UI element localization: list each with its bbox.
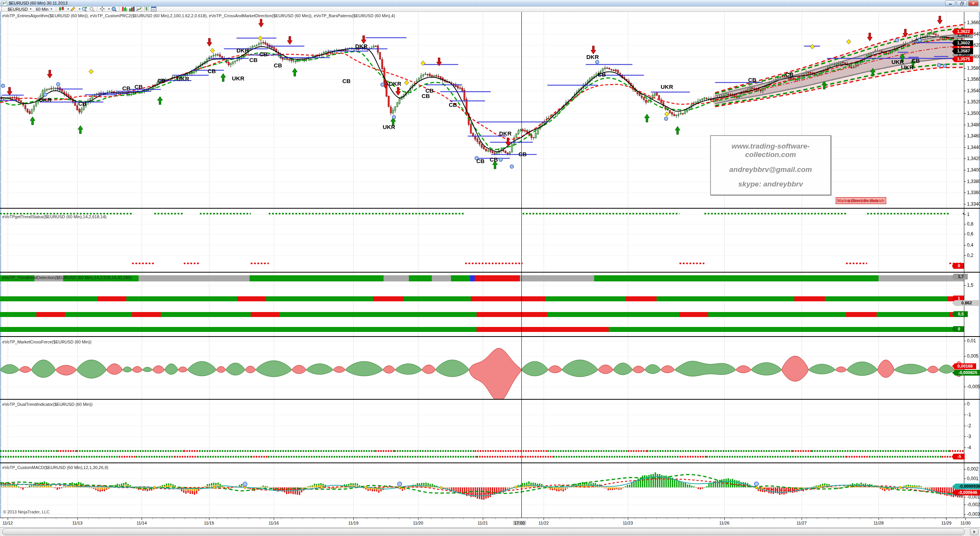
properties-icon[interactable] — [151, 7, 157, 11]
time-minor-tick — [946, 518, 946, 519]
zoom-in-icon[interactable] — [82, 7, 87, 11]
axis-tick-label: 1,3480 — [967, 122, 980, 127]
chart-canvas[interactable] — [0, 11, 964, 518]
time-minor-tick — [656, 518, 657, 519]
price-tag: 0 — [952, 326, 964, 332]
data-box-icon[interactable] — [111, 7, 117, 11]
chart-style-icon[interactable] — [59, 7, 64, 11]
chevron-down-icon[interactable]: ▼ — [78, 8, 81, 10]
time-minor-tick — [452, 518, 453, 519]
price-panel-indicator-label: eVoTP_EntriesAlgorithm($EURUSD (60 Min))… — [2, 13, 395, 18]
time-day-tick — [544, 518, 544, 520]
time-minor-tick — [335, 518, 335, 519]
axis-tick-label: 1,3360 — [967, 190, 980, 195]
time-minor-tick — [99, 518, 99, 519]
time-day-tick — [946, 518, 947, 520]
drawing-tools-icon[interactable] — [70, 7, 76, 11]
time-axis-label: 11/12 — [3, 521, 13, 525]
mini-chart-icon[interactable] — [136, 7, 142, 11]
axis-tick — [964, 159, 966, 159]
axis-tick-label: -0,002 — [967, 502, 980, 507]
account-performance-icon[interactable]: $ — [144, 7, 149, 11]
axis-tick-label: 0,005 — [967, 353, 978, 359]
window-controls: ✕ — [945, 0, 978, 6]
time-day-tick — [879, 518, 879, 520]
time-axis-label: 11/13 — [72, 521, 83, 525]
time-minor-tick — [249, 518, 249, 519]
minimize-button[interactable] — [945, 0, 956, 6]
time-minor-tick — [699, 518, 699, 519]
axis-tick-label: 1,3440 — [967, 145, 980, 150]
time-axis-label: 11/26 — [719, 521, 730, 525]
chevron-down-icon[interactable]: ▼ — [108, 8, 110, 10]
crosshair-vertical-line — [521, 11, 522, 518]
time-minor-tick — [549, 518, 549, 519]
time-axis-label: 11/19 — [348, 521, 359, 525]
crosshair-icon[interactable] — [100, 7, 105, 11]
time-minor-tick — [849, 518, 849, 519]
crosshair-time-label: 17:00 — [513, 521, 526, 525]
horizontal-scrollbar[interactable] — [0, 528, 980, 536]
chart-trader-icon[interactable] — [122, 7, 127, 11]
time-minor-tick — [120, 518, 121, 519]
axis-tick — [964, 170, 966, 170]
scrollbar-thumb[interactable] — [2, 528, 965, 535]
close-button[interactable]: ✕ — [968, 0, 978, 6]
time-minor-tick — [517, 518, 517, 519]
time-minor-tick — [635, 518, 635, 519]
axis-tick-label: 0,2 — [967, 253, 973, 258]
axis-tick-label: 1,5 — [967, 283, 973, 288]
toolbar-separator — [56, 7, 56, 11]
axis-tick — [964, 255, 966, 256]
axis-tick — [964, 415, 966, 415]
axis-tick-label: 1,3420 — [967, 156, 980, 161]
interval-selector[interactable]: 60 Min ▼ — [34, 7, 55, 11]
time-day-tick — [418, 518, 418, 520]
macd-indicator-label: eVoTP_CustomMACD($EURUSD (60 Min),12,1,3… — [2, 465, 108, 470]
time-axis-label: 11/22 — [539, 521, 549, 525]
time-minor-tick — [485, 518, 485, 519]
axis-tick — [964, 136, 966, 136]
time-minor-tick — [442, 518, 442, 519]
toolbar-grip[interactable] — [1, 7, 5, 11]
time-minor-tick — [560, 518, 560, 519]
time-minor-tick — [806, 518, 807, 519]
axis-tick — [964, 181, 966, 182]
time-axis[interactable]: 11/1211/1311/1411/1511/1611/1911/2011/21… — [0, 518, 980, 527]
time-minor-tick — [88, 518, 88, 519]
market-analyzer-icon[interactable] — [129, 7, 135, 11]
axis-tick — [964, 404, 966, 404]
time-minor-tick — [495, 518, 496, 519]
time-day-tick — [8, 518, 8, 520]
axis-tick — [964, 479, 966, 479]
time-minor-tick — [185, 518, 185, 519]
axis-tick — [964, 497, 966, 497]
time-axis-label: 11/29 — [941, 521, 952, 525]
time-minor-tick — [238, 518, 238, 519]
zoom-out-icon[interactable] — [89, 7, 95, 11]
time-day-tick — [274, 518, 274, 520]
title-bar[interactable]: $EURUSD (60 Min) 30.11.2013 ✕ — [0, 0, 980, 7]
time-minor-tick — [924, 518, 924, 519]
time-minor-tick — [667, 518, 667, 519]
time-axis-label: 11/16 — [269, 521, 279, 525]
window-title: $EURUSD (60 Min) 30.11.2013 — [9, 1, 67, 5]
restore-button[interactable] — [957, 0, 967, 6]
time-day-tick — [802, 518, 802, 520]
time-minor-tick — [742, 518, 742, 519]
axis-tick-label: 1,3460 — [967, 133, 980, 139]
axis-tick-label: 1,3500 — [967, 111, 980, 116]
time-minor-tick — [785, 518, 785, 519]
scrollbar-right-button[interactable] — [970, 528, 978, 535]
price-tag: 1,3575 — [952, 56, 973, 62]
time-minor-tick — [217, 518, 217, 519]
time-minor-tick — [645, 518, 646, 519]
time-minor-tick — [688, 518, 689, 519]
chevron-down-icon: ▼ — [50, 8, 53, 10]
instrument-selector[interactable]: $EURUSD ▼ — [6, 7, 34, 11]
time-minor-tick — [881, 518, 882, 519]
time-minor-tick — [399, 518, 399, 519]
toolbar-icons: ▼▼▼$ — [58, 7, 157, 11]
time-minor-tick — [592, 518, 592, 519]
chevron-down-icon[interactable]: ▼ — [67, 8, 69, 10]
